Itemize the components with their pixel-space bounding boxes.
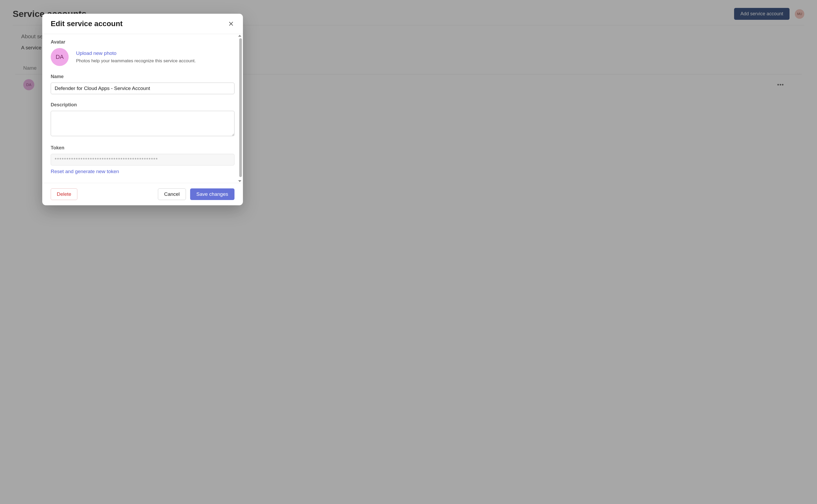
description-input[interactable] — [51, 111, 234, 136]
avatar-row: DA Upload new photo Photos help your tea… — [51, 48, 234, 66]
name-field: Name — [51, 74, 234, 94]
close-button[interactable] — [228, 20, 234, 27]
description-label: Description — [51, 102, 234, 108]
modal-footer: Delete Cancel Save changes — [42, 183, 243, 205]
name-label: Name — [51, 74, 234, 79]
modal-header: Edit service account — [42, 14, 243, 34]
token-field: Token Reset and generate new token — [51, 145, 234, 174]
save-changes-button[interactable]: Save changes — [190, 188, 234, 200]
name-input[interactable] — [51, 83, 234, 94]
avatar-label: Avatar — [51, 39, 234, 45]
token-label: Token — [51, 145, 234, 151]
modal-overlay[interactable]: Edit service account Avatar DA Upload ne… — [0, 0, 817, 504]
service-account-avatar: DA — [51, 48, 69, 66]
modal-body: Avatar DA Upload new photo Photos help y… — [42, 34, 243, 183]
scrollbar-thumb[interactable] — [239, 38, 242, 177]
description-field: Description — [51, 102, 234, 137]
avatar-text: Upload new photo Photos help your teamma… — [76, 50, 196, 64]
footer-right: Cancel Save changes — [158, 188, 234, 200]
upload-photo-link[interactable]: Upload new photo — [76, 50, 196, 56]
delete-button[interactable]: Delete — [51, 188, 77, 200]
token-input — [51, 154, 234, 165]
avatar-field: Avatar DA Upload new photo Photos help y… — [51, 39, 234, 66]
reset-token-link[interactable]: Reset and generate new token — [51, 169, 119, 174]
scroll-up-icon[interactable] — [238, 35, 241, 37]
close-icon — [229, 21, 233, 26]
cancel-button[interactable]: Cancel — [158, 188, 186, 200]
modal-title: Edit service account — [51, 20, 122, 28]
scroll-down-icon[interactable] — [238, 180, 241, 182]
upload-hint: Photos help your teammates recognize thi… — [76, 58, 196, 64]
edit-service-account-modal: Edit service account Avatar DA Upload ne… — [42, 14, 243, 205]
